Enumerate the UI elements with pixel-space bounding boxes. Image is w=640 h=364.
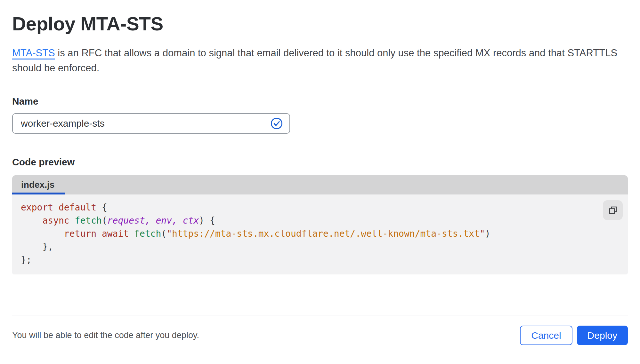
cancel-button[interactable]: Cancel — [520, 326, 572, 345]
deploy-button[interactable]: Deploy — [577, 326, 628, 345]
name-label: Name — [12, 96, 628, 107]
copy-icon — [608, 205, 618, 215]
copy-code-button[interactable] — [603, 200, 623, 220]
footer-note: You will be able to edit the code after … — [12, 330, 199, 340]
footer-row: You will be able to edit the code after … — [12, 326, 628, 345]
code-preview-label: Code preview — [12, 157, 628, 168]
page-title: Deploy MTA-STS — [12, 0, 628, 35]
mta-sts-link[interactable]: MTA-STS — [12, 47, 55, 59]
code-content[interactable]: export default { async fetch(request, en… — [12, 194, 628, 266]
check-circle-icon — [270, 117, 283, 130]
tab-label: index.js — [21, 180, 54, 190]
intro-text: is an RFC that allows a domain to signal… — [12, 47, 617, 74]
name-input-wrap — [12, 113, 290, 134]
tab-index-js[interactable]: index.js — [12, 175, 65, 194]
intro-paragraph: MTA-STS is an RFC that allows a domain t… — [12, 45, 624, 75]
footer-divider — [12, 315, 628, 315]
code-tabbar: index.js — [12, 175, 628, 194]
code-preview-block: index.js export default { async fetch(re… — [12, 175, 628, 274]
name-input[interactable] — [12, 113, 290, 134]
code-area: export default { async fetch(request, en… — [12, 194, 628, 274]
footer-actions: Cancel Deploy — [520, 326, 628, 345]
deploy-mta-sts-page: Deploy MTA-STS MTA-STS is an RFC that al… — [0, 0, 640, 364]
